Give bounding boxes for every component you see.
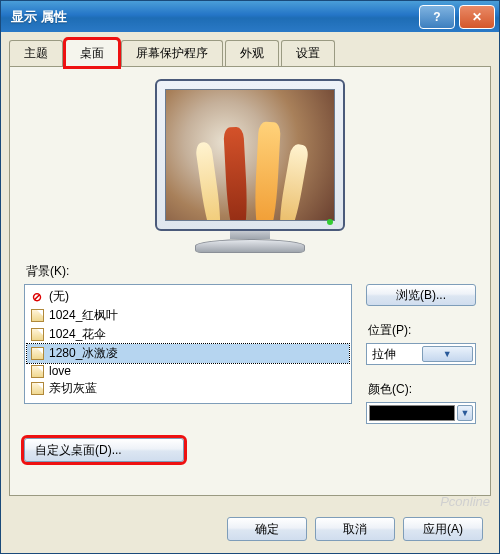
cancel-button[interactable]: 取消 [315, 517, 395, 541]
chevron-down-icon: ▼ [457, 405, 473, 421]
window-title: 显示 属性 [11, 8, 419, 26]
color-picker[interactable]: ▼ [366, 402, 476, 424]
background-listbox[interactable]: ⊘ (无) 1024_红枫叶 1024_花伞 1280_冰激凌 lo [24, 284, 352, 404]
file-icon [30, 347, 44, 361]
file-icon [30, 382, 44, 396]
color-swatch [369, 405, 455, 421]
list-item[interactable]: 亲切灰蓝 [27, 379, 349, 398]
ok-button[interactable]: 确定 [227, 517, 307, 541]
file-icon [30, 309, 44, 323]
position-label: 位置(P): [368, 322, 476, 339]
list-item-label: (无) [49, 288, 69, 305]
tabbar: 主题 桌面 屏幕保护程序 外观 设置 [1, 32, 499, 67]
list-item-label: 1280_冰激凌 [49, 345, 118, 362]
list-item-none[interactable]: ⊘ (无) [27, 287, 349, 306]
tab-theme[interactable]: 主题 [9, 40, 63, 67]
titlebar[interactable]: 显示 属性 ? ✕ [1, 1, 499, 32]
close-button[interactable]: ✕ [459, 5, 495, 29]
wallpaper-preview [165, 89, 335, 221]
list-item[interactable]: 1024_花伞 [27, 325, 349, 344]
apply-button[interactable]: 应用(A) [403, 517, 483, 541]
monitor-preview [155, 79, 345, 253]
window: 显示 属性 ? ✕ 主题 桌面 屏幕保护程序 外观 设置 背景(K): [0, 0, 500, 554]
none-icon: ⊘ [30, 290, 44, 304]
tab-desktop[interactable]: 桌面 [65, 39, 119, 67]
list-item-selected[interactable]: 1280_冰激凌 [27, 344, 349, 363]
position-combobox[interactable]: 拉伸 ▼ [366, 343, 476, 365]
background-label: 背景(K): [26, 263, 476, 280]
list-item[interactable]: 1024_红枫叶 [27, 306, 349, 325]
help-button[interactable]: ? [419, 5, 455, 29]
chevron-down-icon: ▼ [422, 346, 474, 362]
list-item-label: 亲切灰蓝 [49, 380, 97, 397]
color-label: 颜色(C): [368, 381, 476, 398]
tab-appearance[interactable]: 外观 [225, 40, 279, 67]
dialog-buttons: 确定 取消 应用(A) [1, 505, 499, 553]
customize-desktop-button[interactable]: 自定义桌面(D)... [24, 438, 184, 462]
tab-screensaver[interactable]: 屏幕保护程序 [121, 40, 223, 67]
desktop-panel: 背景(K): ⊘ (无) 1024_红枫叶 1024_花伞 1280_冰激凌 [9, 66, 491, 496]
list-item-label: 1024_花伞 [49, 326, 106, 343]
file-icon [30, 328, 44, 342]
list-item-label: love [49, 364, 71, 378]
list-item[interactable]: love [27, 363, 349, 379]
file-icon [30, 364, 44, 378]
list-item-label: 1024_红枫叶 [49, 307, 118, 324]
tab-settings[interactable]: 设置 [281, 40, 335, 67]
position-value: 拉伸 [372, 346, 422, 363]
browse-button[interactable]: 浏览(B)... [366, 284, 476, 306]
